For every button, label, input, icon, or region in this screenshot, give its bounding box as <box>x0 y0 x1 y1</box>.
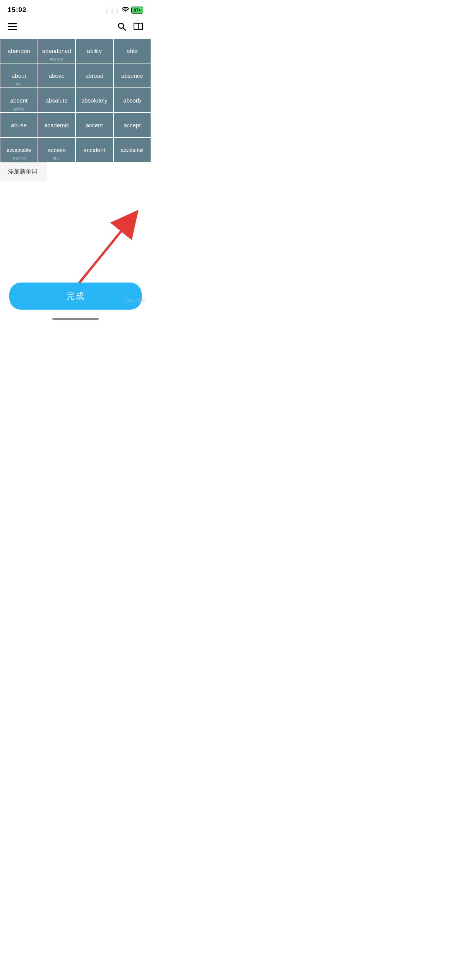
word-cell-ability[interactable]: ability <box>76 38 113 63</box>
top-nav <box>0 19 151 38</box>
word-cell-accidental[interactable]: accidental <box>113 137 151 162</box>
word-cell-absence[interactable]: absence <box>113 63 151 88</box>
word-cell-abandoned[interactable]: abandoned 被遗弃的 <box>38 38 76 63</box>
word-cell-access[interactable]: access 进入 <box>38 137 76 162</box>
word-cell-accident[interactable]: accident <box>76 137 113 162</box>
watermark: Baidu 经验 <box>125 298 146 303</box>
add-word-button[interactable]: 添加新单词 <box>0 162 46 181</box>
word-cell-accent[interactable]: accent <box>76 113 113 137</box>
book-icon[interactable] <box>133 22 143 33</box>
word-cell-absolute[interactable]: absolute <box>38 88 76 113</box>
word-cell-able[interactable]: able <box>113 38 151 63</box>
done-button-container: 完成 <box>0 283 151 310</box>
svg-line-7 <box>72 221 130 292</box>
done-button[interactable]: 完成 <box>9 283 142 310</box>
add-word-section: 添加新单词 <box>0 162 151 181</box>
svg-line-4 <box>123 28 126 31</box>
word-cell-acceptable[interactable]: acceptable 可接受的 <box>0 137 38 162</box>
word-cell-absolutely[interactable]: absolutely <box>76 88 113 113</box>
signal-icon: ⋮⋮⋮ <box>105 7 120 13</box>
status-time: 15:02 <box>8 6 26 14</box>
word-cell-accept[interactable]: accept <box>113 113 151 137</box>
search-icon[interactable] <box>117 22 126 33</box>
word-cell-absent[interactable]: absent 缺席的 <box>0 88 38 113</box>
battery-badge: 97+ <box>131 7 143 14</box>
word-cell-absorb[interactable]: absorb <box>113 88 151 113</box>
nav-right-icons <box>117 22 143 33</box>
menu-icon[interactable] <box>8 22 17 33</box>
home-indicator <box>52 318 99 320</box>
word-cell-academic[interactable]: academic <box>38 113 76 137</box>
word-cell-about[interactable]: about 关于 <box>0 63 38 88</box>
status-icons: ⋮⋮⋮ 97+ <box>105 7 143 14</box>
word-cell-abroad[interactable]: abroad <box>76 63 113 88</box>
word-cell-abandon[interactable]: abandon <box>0 38 38 63</box>
word-grid: abandon abandoned 被遗弃的 ability able abou… <box>0 38 151 162</box>
status-bar: 15:02 ⋮⋮⋮ 97+ <box>0 0 151 19</box>
arrow-annotation <box>0 190 151 298</box>
word-cell-above[interactable]: above <box>38 63 76 88</box>
svg-rect-1 <box>8 26 17 27</box>
word-cell-abuse[interactable]: abuse <box>0 113 38 137</box>
wifi-icon <box>122 7 129 14</box>
svg-rect-0 <box>8 23 17 24</box>
svg-rect-2 <box>8 29 17 30</box>
